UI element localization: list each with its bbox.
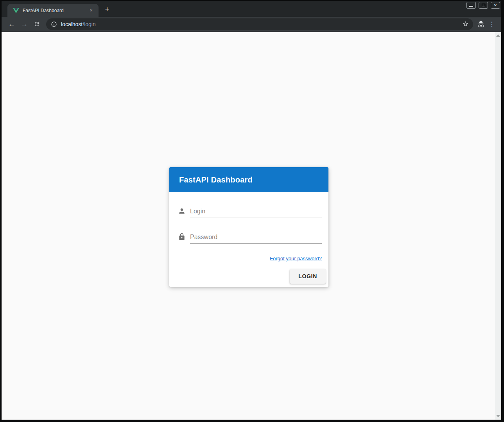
scroll-down-arrow-icon[interactable] (496, 415, 500, 417)
tab-close-icon[interactable]: × (88, 7, 95, 14)
url-host: localhost (61, 21, 83, 27)
password-field-row (176, 232, 322, 244)
browser-menu-button[interactable]: ⋮ (486, 19, 497, 30)
minimize-icon (469, 6, 473, 7)
reload-button[interactable] (31, 19, 42, 30)
maximize-button[interactable] (479, 2, 488, 9)
tab-title: FastAPI Dashboard (23, 8, 88, 13)
tab-strip: FastAPI Dashboard × + ✕ (2, 1, 501, 17)
bookmark-button[interactable] (460, 19, 471, 30)
login-input[interactable] (190, 206, 322, 218)
login-button[interactable]: LOGIN (290, 269, 326, 284)
close-button[interactable]: ✕ (491, 2, 500, 9)
back-button[interactable]: ← (6, 19, 17, 30)
url-text[interactable]: localhost/login (61, 21, 460, 27)
minimize-button[interactable] (466, 2, 476, 9)
incognito-icon (477, 20, 485, 28)
url-path: /login (83, 21, 95, 27)
login-card: FastAPI Dashboard Forgot your password? (169, 167, 328, 287)
reload-icon (34, 21, 40, 27)
vue-logo-icon (13, 7, 19, 14)
forward-button[interactable]: → (19, 19, 30, 30)
page-info-icon[interactable] (51, 21, 57, 27)
password-input[interactable] (190, 232, 322, 244)
login-card-actions: LOGIN (169, 263, 328, 287)
forgot-password-row: Forgot your password? (176, 255, 322, 263)
browser-window: FastAPI Dashboard × + ✕ ← → localhost/lo… (0, 0, 504, 422)
maximize-icon (482, 4, 485, 7)
page-content: FastAPI Dashboard Forgot your password? (2, 32, 501, 420)
login-card-body: Forgot your password? (169, 192, 328, 263)
login-card-header: FastAPI Dashboard (169, 167, 328, 192)
login-card-title: FastAPI Dashboard (179, 175, 253, 184)
browser-toolbar: ← → localhost/login ⋮ (2, 17, 501, 32)
address-bar[interactable]: localhost/login (46, 18, 473, 30)
person-icon (178, 207, 186, 215)
incognito-indicator (475, 19, 486, 30)
new-tab-button[interactable]: + (102, 4, 113, 15)
scrollbar[interactable] (495, 32, 501, 420)
forgot-password-link[interactable]: Forgot your password? (270, 256, 322, 261)
scroll-up-arrow-icon[interactable] (496, 34, 500, 37)
window-controls: ✕ (466, 2, 500, 9)
star-icon (462, 21, 469, 27)
lock-icon (178, 233, 186, 241)
login-field-row (176, 206, 322, 218)
tab-fastapi-dashboard[interactable]: FastAPI Dashboard × (7, 4, 99, 17)
